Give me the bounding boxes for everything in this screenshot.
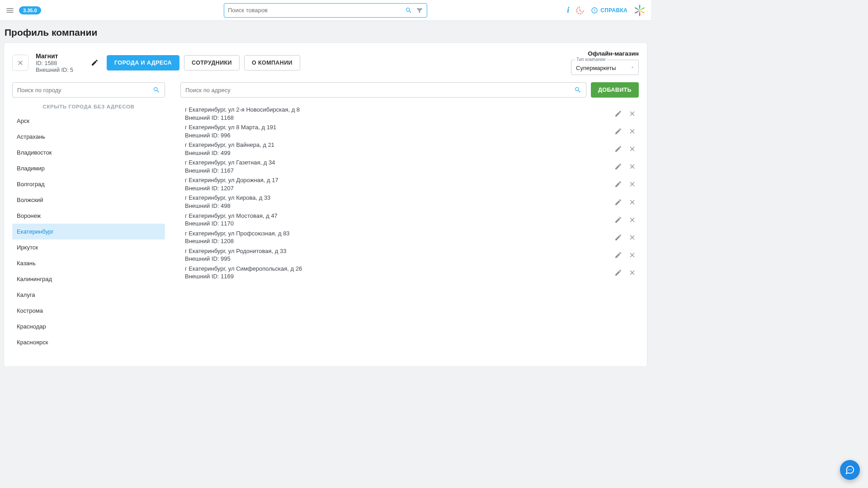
address-row: г Екатеринбург, ул 8 Марта, д 191Внешний… (180, 122, 639, 140)
tab-staff[interactable]: СОТРУДНИКИ (184, 55, 240, 70)
delete-icon[interactable] (628, 251, 636, 259)
svg-text:?: ? (594, 8, 596, 12)
address-text: г Екатеринбург, ул Симферопольская, д 26… (185, 264, 614, 282)
help-label: СПРАВКА (600, 7, 627, 14)
address-row: г Екатеринбург, ул Родонитовая, д 33Внеш… (180, 246, 639, 264)
address-actions (614, 251, 639, 259)
tabs: ГОРОДА И АДРЕСА СОТРУДНИКИ О КОМПАНИИ (107, 55, 300, 70)
store-type: Офлайн-магазин (588, 50, 639, 57)
address-row: г Екатеринбург, ул Симферопольская, д 26… (180, 264, 639, 282)
cities-panel: СКРЫТЬ ГОРОДА БЕЗ АДРЕСОВ АрскАстраханьВ… (12, 82, 165, 359)
topbar-right: i ? СПРАВКА (567, 5, 646, 16)
city-search[interactable] (12, 82, 165, 98)
hide-empty-cities[interactable]: СКРЫТЬ ГОРОДА БЕЗ АДРЕСОВ (12, 98, 165, 112)
info-icon[interactable]: i (567, 5, 569, 15)
page-title: Профиль компании (0, 21, 651, 42)
edit-company-icon[interactable] (91, 59, 99, 66)
city-item[interactable]: Кострома (12, 303, 165, 319)
company-info: Магнит ID: 1588 Внешний ID: 5 (36, 52, 85, 73)
city-item[interactable]: Волжский (12, 192, 165, 208)
global-search-input[interactable] (228, 7, 410, 14)
address-row: г Екатеринбург, ул Вайнера, д 21Внешний … (180, 140, 639, 158)
delete-icon[interactable] (628, 145, 636, 153)
chevron-down-icon (630, 65, 635, 70)
address-actions (614, 163, 639, 170)
address-actions (614, 127, 639, 135)
city-item[interactable]: Арск (12, 113, 165, 129)
edit-icon[interactable] (614, 234, 622, 241)
edit-icon[interactable] (614, 145, 622, 153)
edit-icon[interactable] (614, 216, 622, 224)
search-icon[interactable] (574, 86, 581, 94)
company-header: Магнит ID: 1588 Внешний ID: 5 ГОРОДА И А… (12, 50, 639, 75)
city-item[interactable]: Казань (12, 255, 165, 271)
global-search[interactable] (224, 3, 427, 18)
select-value: Супермаркеты (576, 65, 616, 71)
address-text: г Екатеринбург, ул 2-я Новосибирская, д … (185, 105, 614, 122)
delete-icon[interactable] (628, 110, 636, 117)
delete-icon[interactable] (628, 234, 636, 241)
edit-icon[interactable] (614, 269, 622, 277)
company-id: ID: 1588 (36, 60, 85, 66)
filter-icon[interactable] (416, 7, 423, 14)
city-item[interactable]: Волгоград (12, 176, 165, 192)
city-item[interactable]: Калининград (12, 271, 165, 287)
help-link[interactable]: ? СПРАВКА (591, 7, 627, 14)
address-text: г Екатеринбург, ул Дорожная, д 17Внешний… (185, 175, 614, 193)
city-item[interactable]: Владивосток (12, 145, 165, 160)
address-actions (614, 234, 639, 241)
address-actions (614, 110, 639, 117)
delete-icon[interactable] (628, 198, 636, 206)
city-list[interactable]: АрскАстраханьВладивостокВладимирВолгогра… (12, 113, 165, 359)
edit-icon[interactable] (614, 163, 622, 170)
company-ext-id: Внешний ID: 5 (36, 67, 85, 73)
city-search-input[interactable] (17, 87, 153, 94)
city-item[interactable]: Калуга (12, 287, 165, 303)
address-row: г Екатеринбург, ул 2-я Новосибирская, д … (180, 105, 639, 122)
tab-cities[interactable]: ГОРОДА И АДРЕСА (107, 55, 179, 70)
address-text: г Екатеринбург, ул 8 Марта, д 191Внешний… (185, 122, 614, 140)
edit-icon[interactable] (614, 251, 622, 259)
address-row: г Екатеринбург, ул Кирова, д 33Внешний I… (180, 193, 639, 211)
delete-icon[interactable] (628, 127, 636, 135)
edit-icon[interactable] (614, 180, 622, 188)
address-text: г Екатеринбург, ул Газетная, д 34Внешний… (185, 158, 614, 175)
address-row: г Екатеринбург, ул Профсоюзная, д 83Внеш… (180, 229, 639, 246)
address-row: г Екатеринбург, ул Мостовая, д 47Внешний… (180, 211, 639, 229)
address-actions (614, 216, 639, 224)
company-header-right: Офлайн-магазин Тип компании Супермаркеты (571, 50, 639, 75)
city-item[interactable]: Воронеж (12, 208, 165, 224)
tab-about[interactable]: О КОМПАНИИ (244, 55, 300, 70)
city-item[interactable]: Екатеринбург (12, 224, 165, 239)
address-search-input[interactable] (185, 87, 574, 94)
address-actions (614, 180, 639, 188)
city-item[interactable]: Иркутск (12, 239, 165, 255)
search-icon[interactable] (153, 86, 160, 94)
address-actions (614, 198, 639, 206)
city-item[interactable]: Красноярск (12, 334, 165, 350)
delete-icon[interactable] (628, 180, 636, 188)
delete-icon[interactable] (628, 216, 636, 224)
address-actions (614, 145, 639, 153)
address-search[interactable] (180, 82, 586, 98)
select-float-label: Тип компании (575, 57, 607, 62)
city-item[interactable]: Астрахань (12, 129, 165, 145)
delete-icon[interactable] (628, 163, 636, 170)
close-button[interactable] (12, 55, 28, 71)
menu-icon[interactable] (5, 6, 14, 15)
version-badge: 3.35.0 (19, 6, 41, 14)
company-type-select[interactable]: Тип компании Супермаркеты (571, 60, 639, 75)
address-toolbar: ДОБАВИТЬ (180, 82, 639, 98)
address-text: г Екатеринбург, ул Профсоюзная, д 83Внеш… (185, 229, 614, 246)
edit-icon[interactable] (614, 110, 622, 117)
delete-icon[interactable] (628, 269, 636, 277)
edit-icon[interactable] (614, 198, 622, 206)
address-list: г Екатеринбург, ул 2-я Новосибирская, д … (180, 105, 639, 359)
company-card: Магнит ID: 1588 Внешний ID: 5 ГОРОДА И А… (4, 42, 647, 366)
add-address-button[interactable]: ДОБАВИТЬ (591, 82, 639, 98)
city-item[interactable]: Владимир (12, 160, 165, 176)
edit-icon[interactable] (614, 127, 622, 135)
city-item[interactable]: Краснодар (12, 319, 165, 334)
history-icon[interactable] (576, 6, 585, 15)
search-icon[interactable] (405, 7, 412, 14)
